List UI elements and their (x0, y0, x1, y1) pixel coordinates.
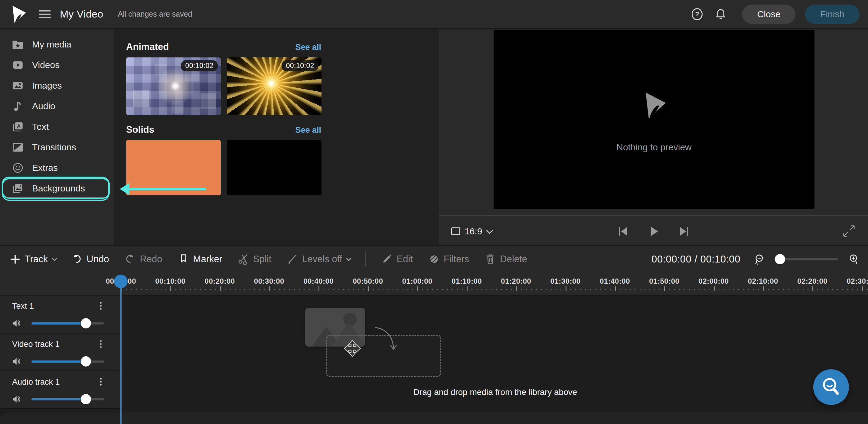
ruler-tick-minor (719, 289, 719, 290)
sidebar-item-label: Videos (32, 60, 60, 70)
chevron-down-icon (52, 256, 57, 261)
volume-slider-thumb[interactable] (81, 356, 91, 367)
playhead-handle[interactable] (114, 275, 128, 288)
solid-swatch-orange[interactable] (126, 140, 221, 195)
volume-slider[interactable] (31, 323, 104, 325)
ruler-tick-minor (867, 289, 868, 290)
ruler-tick-minor (353, 289, 354, 290)
zoom-out-icon[interactable] (754, 253, 766, 266)
track-menu-icon[interactable] (96, 378, 105, 388)
ruler-tick-minor (329, 289, 329, 290)
project-title[interactable]: My Video (60, 8, 103, 20)
ruler-tick-minor (556, 289, 557, 290)
sidebar-item-transitions[interactable]: Transitions (2, 137, 110, 157)
ruler-tick-minor (600, 289, 601, 290)
finish-button[interactable]: Finish (805, 4, 860, 24)
fullscreen-icon[interactable] (842, 224, 856, 238)
timeline-zoom-slider[interactable] (774, 254, 838, 264)
ruler-tick-minor (452, 289, 453, 290)
animated-thumbnails: 00:10:02 00:10:02 (126, 57, 439, 115)
section-title: Animated (126, 41, 169, 52)
edit-button[interactable]: Edit (381, 253, 412, 265)
undo-icon (71, 253, 83, 265)
ruler-label: 01:20:00 (501, 277, 531, 285)
ruler-label: 02:20:00 (797, 277, 828, 285)
see-all-solids-link[interactable]: See all (295, 125, 321, 135)
ruler-tick-minor (857, 289, 858, 290)
aspect-ratio-selector[interactable]: 16:9 (451, 220, 491, 242)
filters-button[interactable]: Filters (428, 253, 469, 265)
ruler-tick-minor (373, 289, 374, 290)
ruler-tick-major (763, 286, 764, 291)
dropzone-hint-text: Drag and drop media from the library abo… (123, 387, 868, 397)
animated-thumbnail-mosaic[interactable]: 00:10:02 (126, 57, 221, 115)
ruler-tick-major (318, 286, 319, 291)
search-smile-icon (820, 376, 842, 398)
ruler-tick-minor (689, 289, 690, 290)
speaker-icon (11, 356, 22, 367)
ruler-tick-minor (397, 289, 398, 290)
zoom-slider-thumb[interactable] (775, 254, 785, 264)
ruler-label: 00:20:00 (205, 277, 235, 285)
delete-button[interactable]: Delete (484, 253, 527, 265)
sidebar-item-audio[interactable]: Audio (2, 96, 110, 116)
add-track-button[interactable]: Track (9, 253, 56, 265)
ruler-tick-minor (570, 289, 571, 290)
ruler-tick-minor (363, 289, 364, 290)
sidebar-item-extras[interactable]: Extras (2, 157, 110, 178)
folder-star-icon (11, 38, 24, 51)
preview-divider (439, 215, 868, 216)
sidebar-item-my-media[interactable]: My media (2, 34, 110, 55)
ruler-tick-minor (758, 289, 759, 290)
undo-button[interactable]: Undo (71, 253, 109, 265)
video-preview: Nothing to preview (494, 30, 814, 209)
ruler-tick-minor (536, 289, 537, 290)
see-all-animated-link[interactable]: See all (295, 43, 321, 52)
track-menu-icon[interactable] (96, 302, 105, 312)
ruler-tick-minor (393, 289, 394, 290)
marker-button[interactable]: Marker (178, 253, 222, 265)
ruler-tick-minor (748, 289, 749, 290)
volume-slider-thumb[interactable] (81, 394, 91, 404)
sidebar-item-backgrounds[interactable]: Backgrounds (2, 178, 110, 199)
ruler-tick-minor (403, 289, 403, 290)
ruler-tick-major (714, 286, 715, 291)
track-menu-icon[interactable] (96, 340, 105, 351)
content-search-fab[interactable] (813, 369, 849, 405)
close-button[interactable]: Close (742, 4, 796, 24)
volume-slider[interactable] (31, 398, 104, 400)
ruler-tick-minor (832, 289, 833, 290)
sidebar-item-videos[interactable]: Videos (2, 55, 110, 75)
sidebar-item-label: Extras (32, 163, 58, 173)
sidebar-item-label: Backgrounds (32, 183, 85, 193)
ruler-tick-minor (501, 289, 502, 290)
ruler-label: 00:10:00 (155, 277, 185, 285)
help-icon[interactable]: ? (690, 7, 704, 21)
ruler-label: 01:10:00 (452, 277, 482, 285)
sidebar-item-text[interactable]: A Text (2, 116, 110, 137)
ruler-tick-minor (457, 289, 458, 290)
sidebar-item-images[interactable]: Images (2, 75, 110, 96)
ruler-tick-minor (338, 289, 339, 290)
play-button[interactable] (647, 225, 660, 238)
zoom-in-icon[interactable] (846, 253, 859, 266)
ruler-label: 01:50:00 (649, 277, 679, 285)
animated-thumbnail-starburst[interactable]: 00:10:02 (227, 57, 321, 115)
menu-icon[interactable] (39, 9, 51, 19)
video-editor-app: My Video All changes are saved ? Close F… (0, 0, 868, 424)
skip-to-start-button[interactable] (617, 225, 630, 238)
aspect-ratio-value: 16:9 (465, 226, 482, 237)
ruler-tick-minor (669, 289, 670, 290)
redo-button[interactable]: Redo (124, 253, 162, 265)
timeline-ruler[interactable]: 00:00:0000:10:0000:20:0000:30:0000:40:00… (0, 272, 868, 296)
playhead-line[interactable] (120, 284, 122, 424)
volume-slider[interactable] (31, 361, 104, 363)
skip-to-end-button[interactable] (677, 225, 690, 238)
ruler-label: 01:00:00 (402, 277, 433, 285)
ruler-tick-minor (185, 289, 186, 290)
notifications-bell-icon[interactable] (714, 7, 728, 21)
levels-button[interactable]: Levels off (286, 253, 350, 265)
volume-slider-thumb[interactable] (81, 318, 91, 328)
split-button[interactable]: Split (238, 253, 271, 265)
solid-swatch-black[interactable] (227, 140, 321, 195)
